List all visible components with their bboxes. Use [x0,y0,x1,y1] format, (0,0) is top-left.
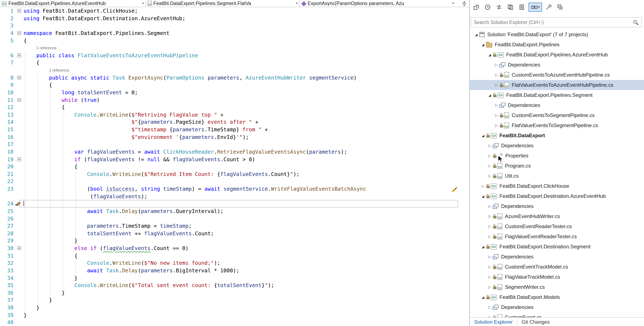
tree-item[interactable]: ◢C#FeatBit.DataExport [470,131,644,141]
tree-item[interactable]: ▷C#AzureEventHubWriter.cs [470,211,644,221]
fold-collapse-icon[interactable] [17,9,21,13]
switch-views-icon[interactable] [472,2,481,12]
solution-tree[interactable]: ◢Solution 'FeatBit.DataExport' (7 of 7 p… [470,29,644,318]
preview-selected-items-icon[interactable] [506,2,515,12]
tree-item[interactable]: ▷Dependencies [470,60,644,70]
collapsed-arrow-icon[interactable]: ▷ [487,234,493,239]
code-line[interactable]: namespace FeatBit.DataExport.Pipelines.S… [24,29,170,37]
sync-selection-icon[interactable] [494,2,504,12]
track-active-item-icon[interactable]: ▾ [528,2,542,12]
collapsed-arrow-icon[interactable]: ▷ [487,275,493,279]
collapsed-arrow-icon[interactable]: ▷ [494,103,500,107]
code-line[interactable]: using FeatBit.DataExport.ClickHouse; [24,7,138,14]
code-line[interactable]: await Task.Delay(parameters.QueryInterva… [24,207,224,215]
quick-actions-icon[interactable] [452,187,457,192]
properties-icon[interactable] [544,2,554,12]
collapsed-arrow-icon[interactable]: ▷ [487,154,493,158]
collapsed-arrow-icon[interactable]: ▷ [487,214,493,218]
tree-item[interactable]: ▷C#CustomEventsToAzureEventHubPipeline.c… [470,70,644,80]
tab-solution-explorer[interactable]: Solution Explorer [470,318,517,326]
code-line[interactable]: if (flagValueEvents != null && flagValue… [24,156,255,163]
code-line[interactable]: { [24,59,40,66]
tree-item[interactable]: ▷C#CustomEventReaderTester.cs [470,221,644,231]
code-editor[interactable]: using FeatBit.DataExport.ClickHouse;usin… [0,0,462,326]
tree-item[interactable]: ◢C#FeatBit.DataExport.Pipelines.AzureEve… [470,50,644,60]
collapsed-arrow-icon[interactable]: ▷ [494,113,500,117]
code-line[interactable]: { [24,252,78,259]
tree-item[interactable]: ▷C#Util.cs [470,171,644,181]
tree-item[interactable]: ▷C#FlatValueEventsToSegmentPipeline.cs [470,120,644,131]
code-line[interactable]: else if (flagValueEvents.Count == 0) [24,245,188,252]
collapsed-arrow-icon[interactable]: ▷ [487,204,493,208]
code-line[interactable]: { [24,81,52,89]
code-line[interactable]: public class FlatValueEventsToAzureEvent… [24,52,198,59]
fold-collapse-icon[interactable] [17,76,21,79]
collapsed-arrow-icon[interactable]: ▷ [494,63,500,67]
code-line[interactable]: await Task.Delay(parameters.BigInterval … [24,267,240,274]
pending-changes-filter-icon[interactable] [483,2,492,12]
code-line[interactable]: $"timestamp {parameters.TimeStamp} from … [24,126,268,133]
code-line[interactable]: } [24,274,78,282]
tree-item[interactable]: ◢C#FeatBit.DataExport.Destination.AzureE… [470,191,644,201]
code-line[interactable]: } [24,289,65,297]
expanded-arrow-icon[interactable]: ◢ [480,43,486,46]
expanded-arrow-icon[interactable]: ◢ [480,134,486,138]
collapsed-arrow-icon[interactable]: ▷ [494,73,500,77]
tree-item[interactable]: ◢FeatBit.DataExport.Pipelines [470,40,644,50]
code-line[interactable]: { [24,163,78,170]
fold-collapse-icon[interactable] [17,31,21,35]
tree-item[interactable]: ▷C#CustomEvent.cs [470,312,644,318]
code-line[interactable]: } [24,297,52,304]
tree-item[interactable]: ▷Dependencies [470,201,644,211]
tree-item[interactable]: ▷C#FeatBit.DataExport.ClickHouse [470,181,644,191]
tab-git-changes[interactable]: Git Changes [517,318,554,326]
tree-item[interactable]: ▷C#Program.cs [470,161,644,171]
code-line[interactable]: Console.WriteLine($"No new items found;"… [24,260,220,267]
tree-item[interactable]: ◢C#FeatBit.DataExport.Models [470,292,644,302]
tree-item[interactable]: ◢C#FeatBit.DataExport.Destination.Segmen… [470,242,644,252]
collapsed-arrow-icon[interactable]: ▷ [487,224,493,229]
split-window-icon[interactable] [461,0,468,7]
expanded-arrow-icon[interactable]: ◢ [480,194,486,198]
collapsed-arrow-icon[interactable]: ▷ [487,285,493,289]
code-line[interactable]: var flagValueEvents = await ClickHouseRe… [24,148,347,156]
solution-explorer-search[interactable] [471,17,642,27]
code-line[interactable]: public async static Task ExportAsync(Par… [24,74,357,81]
tree-item[interactable]: ▷Dependencies [470,302,644,312]
expanded-arrow-icon[interactable]: ◢ [473,33,479,36]
code-line[interactable]: using FeatBit.DataExport.Destination.Azu… [24,14,186,22]
tree-item[interactable]: ▷C#FlagValueTrackModel.cs [470,272,644,282]
tree-item[interactable]: ▷C#CustomEventTrackModel.cs [470,262,644,272]
expanded-arrow-icon[interactable]: ◢ [487,93,493,97]
code-line[interactable]: long totalSentEvent = 0; [24,89,138,96]
code-line[interactable]: Console.WriteLine($"Retrived Item Count:… [24,170,300,178]
code-line[interactable]: parameters.TimeStamp = timeStamp; [24,222,192,230]
collapse-all-icon[interactable] [556,2,565,12]
code-line[interactable]: $"{parameters.PageSize} events after " + [24,119,258,126]
search-icon[interactable] [634,20,638,25]
code-line[interactable]: { [24,104,65,111]
search-input[interactable] [471,18,633,27]
code-line[interactable]: totalSentEvent += flagValueEvents.Count; [24,230,214,237]
collapsed-arrow-icon[interactable]: ▷ [487,255,493,259]
fold-collapse-icon[interactable] [17,157,21,161]
fold-collapse-icon[interactable] [17,53,21,57]
tree-item[interactable]: ◢C#FeatBit.DataExport.Pipelines.Segment [470,90,644,100]
code-line[interactable]: while (true) [24,96,100,104]
collapsed-arrow-icon[interactable]: ▷ [494,83,500,87]
collapsed-arrow-icon[interactable]: ▷ [487,144,493,148]
expanded-arrow-icon[interactable]: ◢ [480,245,486,249]
tree-item[interactable]: ▷C#FlatValueEventsToAzureEventHubPipelin… [470,80,644,90]
code-line[interactable]: Console.WriteLine($"Retriving FlagValue … [24,111,224,119]
tree-item[interactable]: ◢Solution 'FeatBit.DataExport' (7 of 7 p… [470,29,644,40]
tree-item[interactable]: ▷Properties [470,151,644,161]
code-line[interactable]: } [24,304,40,311]
fold-collapse-icon[interactable] [17,246,21,250]
code-line[interactable]: } [24,311,27,319]
code-line[interactable]: Console.WriteLine($"Total sent event cou… [24,282,274,289]
codelens-references[interactable]: 1 reference [36,44,56,52]
show-all-files-icon[interactable] [517,2,526,12]
expanded-arrow-icon[interactable]: ◢ [487,53,493,57]
tree-item[interactable]: ▷Dependencies [470,141,644,151]
collapsed-arrow-icon[interactable]: ▷ [480,184,486,188]
